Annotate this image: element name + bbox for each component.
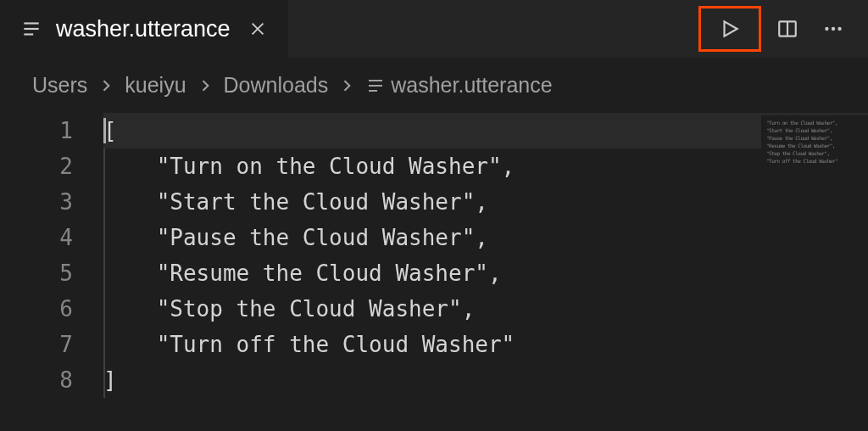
line-number: 6 bbox=[0, 291, 73, 327]
tab-spacer bbox=[289, 0, 698, 58]
close-tab-button[interactable] bbox=[244, 15, 271, 42]
split-editor-button[interactable] bbox=[768, 9, 807, 48]
line-number: 8 bbox=[0, 362, 73, 398]
svg-point-8 bbox=[825, 27, 828, 31]
file-icon bbox=[20, 18, 42, 40]
minimap-line: "Turn on the Cloud Washer", bbox=[766, 119, 863, 126]
code-line[interactable]: "Stop the Cloud Washer", bbox=[103, 291, 868, 327]
line-number-gutter: 12345678 bbox=[0, 113, 103, 398]
breadcrumb-segment[interactable]: Downloads bbox=[224, 73, 329, 98]
code-line[interactable]: "Pause the Cloud Washer", bbox=[103, 220, 868, 255]
breadcrumb: Users kueiyu Downloads washer.utterance bbox=[0, 58, 868, 113]
svg-point-9 bbox=[832, 27, 835, 31]
minimap-line: "Start the Cloud Washer", bbox=[766, 126, 863, 134]
code-line[interactable]: [ bbox=[103, 113, 868, 148]
code-line[interactable]: "Turn off the Cloud Washer" bbox=[103, 327, 868, 362]
chevron-right-icon bbox=[335, 77, 359, 94]
run-button[interactable] bbox=[710, 9, 749, 48]
minimap-line: "Resume the Cloud Washer", bbox=[766, 142, 863, 149]
line-number: 2 bbox=[0, 148, 73, 184]
editor-toolbar bbox=[698, 0, 868, 58]
file-icon bbox=[365, 76, 386, 96]
code-editor[interactable]: 12345678 [ "Turn on the Cloud Washer", "… bbox=[0, 113, 868, 398]
editor-tab[interactable]: washer.utterance bbox=[0, 0, 289, 58]
line-number: 4 bbox=[0, 220, 73, 255]
code-line[interactable]: ] bbox=[103, 362, 868, 398]
minimap-line: "Stop the Cloud Washer", bbox=[766, 149, 863, 157]
line-number: 7 bbox=[0, 327, 73, 362]
minimap-line: "Turn off the Cloud Washer" bbox=[766, 157, 863, 165]
code-line[interactable]: "Turn on the Cloud Washer", bbox=[103, 148, 868, 184]
line-number: 1 bbox=[0, 113, 73, 148]
breadcrumb-file[interactable]: washer.utterance bbox=[365, 73, 552, 98]
tab-filename: washer.utterance bbox=[56, 16, 231, 42]
breadcrumb-segment[interactable]: kueiyu bbox=[125, 73, 186, 98]
chevron-right-icon bbox=[94, 77, 118, 94]
breadcrumb-filename: washer.utterance bbox=[391, 73, 552, 98]
line-number: 5 bbox=[0, 255, 73, 291]
code-content[interactable]: [ "Turn on the Cloud Washer", "Start the… bbox=[103, 113, 868, 398]
line-number: 3 bbox=[0, 184, 73, 220]
minimap-line: "Pause the Cloud Washer", bbox=[766, 134, 863, 142]
more-actions-button[interactable] bbox=[814, 9, 853, 48]
minimap[interactable]: "Turn on the Cloud Washer","Start the Cl… bbox=[761, 115, 868, 166]
breadcrumb-segment[interactable]: Users bbox=[32, 73, 87, 98]
svg-point-10 bbox=[837, 27, 841, 31]
code-line[interactable]: "Start the Cloud Washer", bbox=[103, 184, 868, 220]
tab-bar: washer.utterance bbox=[0, 0, 868, 58]
code-line[interactable]: "Resume the Cloud Washer", bbox=[103, 255, 868, 291]
run-button-highlight bbox=[698, 6, 761, 52]
svg-marker-5 bbox=[725, 21, 737, 36]
chevron-right-icon bbox=[193, 77, 217, 94]
